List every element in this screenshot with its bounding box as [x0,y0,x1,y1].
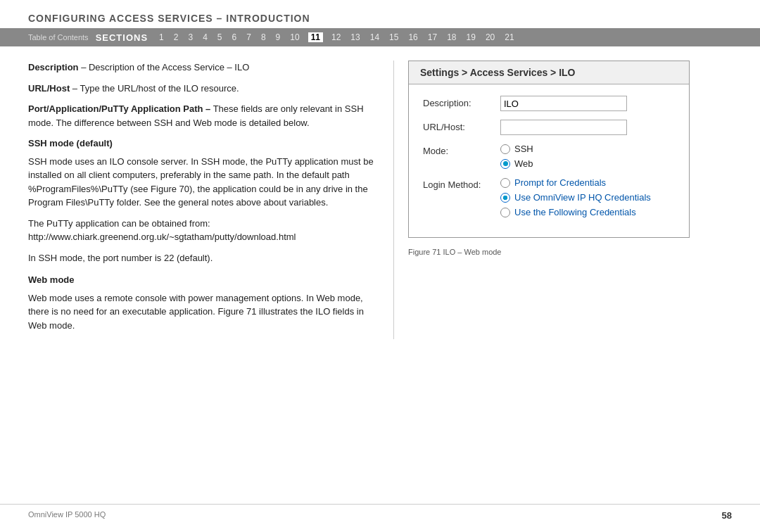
nav-number-9[interactable]: 9 [274,32,282,42]
login-prompt-radio[interactable] [500,178,510,188]
urlhost-label: URL/Host: [423,120,500,132]
login-following-option[interactable]: Use the Following Credentials [500,207,675,217]
login-prompt-option[interactable]: Prompt for Credentials [500,177,675,188]
nav-number-7[interactable]: 7 [245,32,253,42]
login-omniview-option[interactable]: Use OmniView IP HQ Credentials [500,192,675,203]
urlhost-input[interactable] [500,120,627,135]
figure-caption: Figure 71 ILO – Web mode [408,248,690,256]
ssh-para1: SSH mode uses an ILO console server. In … [28,155,379,210]
nav-number-19[interactable]: 19 [465,32,477,42]
nav-number-2[interactable]: 2 [172,32,180,42]
nav-number-15[interactable]: 15 [388,32,400,42]
login-method-row: Login Method: Prompt for Credentials Use… [423,177,675,217]
login-radio-group: Prompt for Credentials Use OmniView IP H… [500,177,675,217]
urlhost-row: URL/Host: [423,120,675,135]
mode-web-label: Web [514,158,533,169]
nav-number-14[interactable]: 14 [369,32,381,42]
toc-label: Table of Contents [28,33,89,42]
login-options-container: Prompt for Credentials Use OmniView IP H… [500,177,675,217]
nav-number-17[interactable]: 17 [426,32,438,42]
desc-text: – Description of the Access Service – IL… [79,62,250,72]
mode-radio-group: SSH Web [500,144,675,169]
login-following-label[interactable]: Use the Following Credentials [514,207,636,217]
login-method-label: Login Method: [423,177,500,190]
nav-number-10[interactable]: 10 [289,32,300,42]
nav-number-4[interactable]: 4 [201,32,209,42]
nav-number-3[interactable]: 3 [186,32,194,42]
footer-page-number: 58 [722,510,732,521]
description-value-container [500,96,675,111]
mode-web-radio[interactable] [500,159,510,169]
ssh-para2: The PuTTy application can be obtained fr… [28,217,379,244]
settings-body: Description: URL/Host: Mode: [409,84,689,237]
nav-number-11[interactable]: 11 [308,32,323,42]
nav-number-18[interactable]: 18 [445,32,457,42]
left-column: Description – Description of the Access … [28,61,394,339]
para-urlhost: URL/Host – Type the URL/host of the ILO … [28,82,379,96]
sections-label: SECTIONS [96,32,148,43]
mode-ssh-label: SSH [514,144,533,154]
desc-bold: Description [28,62,79,72]
ssh-para3: In SSH mode, the port number is 22 (defa… [28,251,379,265]
web-heading: Web mode [28,273,379,287]
nav-number-20[interactable]: 20 [484,32,496,42]
nav-number-1[interactable]: 1 [158,32,165,42]
urlhost-bold: URL/Host [28,83,70,94]
nav-numbers: 123456789101112131415161718192021 [158,32,516,42]
mode-ssh-radio[interactable] [500,144,510,154]
content-area: Description – Description of the Access … [0,46,760,339]
page-heading: CONFIGURING ACCESS SERVICES – INTRODUCTI… [0,0,760,28]
footer-brand: OmniView IP 5000 HQ [28,510,106,521]
urlhost-value-container [500,120,675,135]
description-label: Description: [423,96,500,108]
settings-panel: Settings > Access Services > ILO Descrip… [408,61,690,238]
nav-number-5[interactable]: 5 [216,32,224,42]
login-following-radio[interactable] [500,208,510,217]
nav-number-16[interactable]: 16 [407,32,419,42]
description-row: Description: [423,96,675,111]
mode-web-option[interactable]: Web [500,158,675,169]
mode-label: Mode: [423,144,500,156]
description-input[interactable] [500,96,627,111]
nav-number-8[interactable]: 8 [260,32,267,42]
urlhost-text: – Type the URL/host of the ILO resource. [70,83,239,94]
login-prompt-label[interactable]: Prompt for Credentials [514,177,606,188]
mode-ssh-option[interactable]: SSH [500,144,675,154]
right-column: Settings > Access Services > ILO Descrip… [408,61,690,339]
para-description: Description – Description of the Access … [28,61,379,75]
ssh-heading: SSH mode (default) [28,137,379,151]
login-omniview-radio[interactable] [500,193,510,203]
port-bold: Port/Application/PuTTy Application Path … [28,103,210,114]
mode-row: Mode: SSH Web [423,144,675,169]
login-omniview-label[interactable]: Use OmniView IP HQ Credentials [514,192,651,203]
nav-number-6[interactable]: 6 [231,32,239,42]
nav-number-13[interactable]: 13 [349,32,361,42]
web-para1: Web mode uses a remote console with powe… [28,291,379,333]
footer: OmniView IP 5000 HQ 58 [0,504,760,521]
para-port: Port/Application/PuTTy Application Path … [28,102,379,129]
nav-number-21[interactable]: 21 [503,32,515,42]
nav-bar: Table of Contents SECTIONS 1234567891011… [0,28,760,46]
nav-number-12[interactable]: 12 [330,32,342,42]
settings-title: Settings > Access Services > ILO [409,61,689,84]
mode-options: SSH Web [500,144,675,169]
